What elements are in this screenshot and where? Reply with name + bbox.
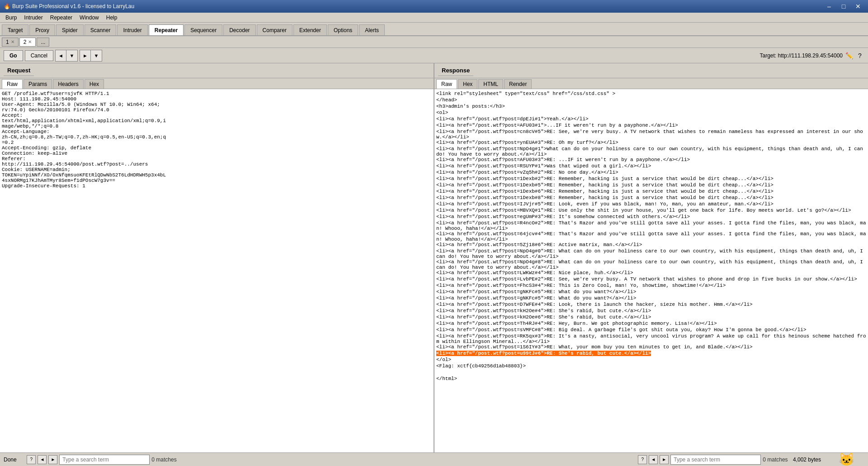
close-button[interactable]: ✕ [852,2,864,11]
nav-prev-dropdown-button[interactable]: ▼ [66,50,77,61]
maximize-button[interactable]: □ [837,2,850,11]
tab-decoder[interactable]: Decoder [223,24,255,35]
req-search-help-button[interactable]: ? [27,455,36,464]
tab-extender[interactable]: Extender [293,24,327,35]
repeater-tab-1[interactable]: 1 ✕ [2,38,19,47]
menu-burp[interactable]: Burp [2,13,20,22]
tab-options[interactable]: Options [328,24,358,35]
tab-intruder[interactable]: Intruder [117,24,147,35]
repeater-tab-more[interactable]: ... [37,38,49,47]
menu-bar: Burp Intruder Repeater Window Help [0,13,868,23]
request-header: Request [4,65,34,76]
toolbar: Go Cancel ◄ ▼ ► ▼ Target: http://111.198… [0,48,868,63]
request-search-input[interactable] [59,455,150,465]
req-search-next-button[interactable]: ► [48,455,57,464]
nav-next-dropdown-button[interactable]: ▼ [91,50,102,61]
request-panel: Request Raw Params Headers Hex GET /prof… [0,63,434,452]
tab-comparer[interactable]: Comparer [257,24,292,35]
app-icon: 🔥 [4,3,10,10]
mascot-area: 🐱 [828,453,864,466]
tab-target[interactable]: Target [2,24,28,35]
response-tabs: Raw Hex HTML Render [434,78,868,89]
close-tab-1-icon[interactable]: ✕ [11,39,14,44]
resp-search-help-button[interactable]: ? [638,455,647,464]
request-tab-raw[interactable]: Raw [2,79,23,89]
nav-prev-button[interactable]: ◄ [56,50,66,61]
request-tabs: Raw Params Headers Hex [0,78,434,89]
response-search-input[interactable] [670,455,761,465]
help-target-button[interactable]: ? [855,51,864,60]
request-search-matches: 0 matches [151,456,176,463]
tab-alerts[interactable]: Alerts [359,24,385,35]
window-controls: – □ ✕ [823,2,864,11]
file-size-label: 4,002 bytes [793,456,821,463]
response-tab-hex[interactable]: Hex [458,79,477,89]
response-panel: Response Raw Hex HTML Render <link rel="… [434,63,868,452]
response-tab-raw[interactable]: Raw [436,79,457,89]
repeater-tabs: 1 ✕ 2 ✕ ... [0,36,868,48]
nav-next-group: ► ▼ [80,50,102,62]
go-button[interactable]: Go [4,50,23,61]
request-header-row: Request [0,63,434,78]
mascot-icon: 🐱 [839,452,854,466]
close-tab-2-icon[interactable]: ✕ [28,39,32,44]
target-label: Target: http://111.198.29.45:54000 [760,52,843,59]
response-tab-html[interactable]: HTML [478,79,503,89]
repeater-tab-2[interactable]: 2 ✕ [19,38,36,47]
menu-help[interactable]: Help [103,13,121,22]
edit-target-button[interactable]: ✏️ [844,51,854,60]
menu-intruder[interactable]: Intruder [20,13,46,22]
main-tabs: Target Proxy Spider Scanner Intruder Rep… [0,23,868,36]
resp-search-next-button[interactable]: ► [660,455,669,464]
cancel-button[interactable]: Cancel [25,50,53,61]
response-search-section: ? ◄ ► 0 matches 4,002 bytes [638,455,821,465]
tab-proxy[interactable]: Proxy [29,24,55,35]
response-content[interactable]: <link rel="stylesheet" type="text/css" h… [434,89,868,452]
tab-repeater[interactable]: Repeater [149,24,184,35]
content-area: Request Raw Params Headers Hex GET /prof… [0,63,868,452]
resp-search-prev-button[interactable]: ◄ [649,455,658,464]
status-text: Done [4,456,17,463]
response-tab-render[interactable]: Render [504,79,532,89]
tab-spider[interactable]: Spider [56,24,84,35]
response-search-matches: 0 matches [763,456,788,463]
request-search-section: ? ◄ ► 0 matches [27,455,176,465]
response-header-row: Response [434,63,868,78]
nav-prev-group: ◄ ▼ [55,50,78,62]
response-header: Response [438,65,473,76]
menu-repeater[interactable]: Repeater [47,13,76,22]
title-bar: 🔥 Burp Suite Professional v1.6 - license… [0,0,868,13]
nav-next-button[interactable]: ► [80,50,91,61]
minimize-button[interactable]: – [823,2,835,11]
request-tab-params[interactable]: Params [24,79,52,89]
app-title: 🔥 Burp Suite Professional v1.6 - license… [4,3,134,10]
menu-window[interactable]: Window [76,13,103,22]
request-content[interactable]: GET /profile.wtf?user=sjvfK HTTP/1.1 Hos… [0,89,434,452]
req-search-prev-button[interactable]: ◄ [38,455,47,464]
tab-scanner[interactable]: Scanner [85,24,117,35]
request-tab-hex[interactable]: Hex [85,79,104,89]
tab-sequencer[interactable]: Sequencer [184,24,222,35]
bottom-bar: Done ? ◄ ► 0 matches ? ◄ ► 0 matches 4,0… [0,452,868,466]
request-tab-headers[interactable]: Headers [53,79,83,89]
